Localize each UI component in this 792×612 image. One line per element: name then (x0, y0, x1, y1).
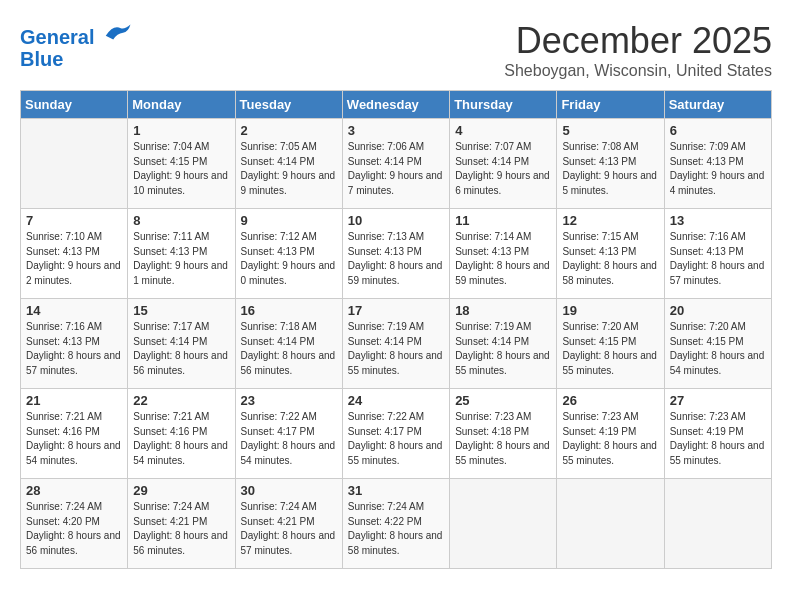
day-number: 23 (241, 393, 337, 408)
calendar-cell: 24 Sunrise: 7:22 AMSunset: 4:17 PMDaylig… (342, 389, 449, 479)
day-number: 15 (133, 303, 229, 318)
day-number: 8 (133, 213, 229, 228)
calendar-cell: 27 Sunrise: 7:23 AMSunset: 4:19 PMDaylig… (664, 389, 771, 479)
day-number: 4 (455, 123, 551, 138)
calendar-cell: 26 Sunrise: 7:23 AMSunset: 4:19 PMDaylig… (557, 389, 664, 479)
day-number: 14 (26, 303, 122, 318)
calendar-day-header-friday: Friday (557, 91, 664, 119)
month-title: December 2025 (504, 20, 772, 62)
day-info: Sunrise: 7:24 AMSunset: 4:20 PMDaylight:… (26, 500, 122, 558)
day-number: 11 (455, 213, 551, 228)
calendar-day-header-saturday: Saturday (664, 91, 771, 119)
calendar-cell: 31 Sunrise: 7:24 AMSunset: 4:22 PMDaylig… (342, 479, 449, 569)
calendar-cell: 18 Sunrise: 7:19 AMSunset: 4:14 PMDaylig… (450, 299, 557, 389)
day-info: Sunrise: 7:23 AMSunset: 4:19 PMDaylight:… (670, 410, 766, 468)
day-info: Sunrise: 7:24 AMSunset: 4:22 PMDaylight:… (348, 500, 444, 558)
day-info: Sunrise: 7:17 AMSunset: 4:14 PMDaylight:… (133, 320, 229, 378)
day-info: Sunrise: 7:20 AMSunset: 4:15 PMDaylight:… (562, 320, 658, 378)
day-number: 29 (133, 483, 229, 498)
day-number: 26 (562, 393, 658, 408)
day-number: 13 (670, 213, 766, 228)
logo-bird-icon (102, 20, 132, 44)
calendar-cell: 30 Sunrise: 7:24 AMSunset: 4:21 PMDaylig… (235, 479, 342, 569)
calendar-cell: 25 Sunrise: 7:23 AMSunset: 4:18 PMDaylig… (450, 389, 557, 479)
calendar-week-row-4: 21 Sunrise: 7:21 AMSunset: 4:16 PMDaylig… (21, 389, 772, 479)
calendar-cell: 7 Sunrise: 7:10 AMSunset: 4:13 PMDayligh… (21, 209, 128, 299)
day-info: Sunrise: 7:23 AMSunset: 4:18 PMDaylight:… (455, 410, 551, 468)
day-number: 12 (562, 213, 658, 228)
calendar-cell (450, 479, 557, 569)
day-info: Sunrise: 7:20 AMSunset: 4:15 PMDaylight:… (670, 320, 766, 378)
calendar-header-row: SundayMondayTuesdayWednesdayThursdayFrid… (21, 91, 772, 119)
day-info: Sunrise: 7:21 AMSunset: 4:16 PMDaylight:… (133, 410, 229, 468)
day-number: 25 (455, 393, 551, 408)
calendar-cell: 4 Sunrise: 7:07 AMSunset: 4:14 PMDayligh… (450, 119, 557, 209)
calendar-cell (21, 119, 128, 209)
day-info: Sunrise: 7:15 AMSunset: 4:13 PMDaylight:… (562, 230, 658, 288)
calendar-cell: 29 Sunrise: 7:24 AMSunset: 4:21 PMDaylig… (128, 479, 235, 569)
day-number: 31 (348, 483, 444, 498)
calendar-cell: 15 Sunrise: 7:17 AMSunset: 4:14 PMDaylig… (128, 299, 235, 389)
day-number: 19 (562, 303, 658, 318)
calendar-cell: 11 Sunrise: 7:14 AMSunset: 4:13 PMDaylig… (450, 209, 557, 299)
day-info: Sunrise: 7:16 AMSunset: 4:13 PMDaylight:… (670, 230, 766, 288)
title-section: December 2025 Sheboygan, Wisconsin, Unit… (504, 20, 772, 80)
calendar-cell: 16 Sunrise: 7:18 AMSunset: 4:14 PMDaylig… (235, 299, 342, 389)
calendar-week-row-5: 28 Sunrise: 7:24 AMSunset: 4:20 PMDaylig… (21, 479, 772, 569)
calendar-cell: 13 Sunrise: 7:16 AMSunset: 4:13 PMDaylig… (664, 209, 771, 299)
day-info: Sunrise: 7:19 AMSunset: 4:14 PMDaylight:… (348, 320, 444, 378)
day-number: 21 (26, 393, 122, 408)
day-number: 7 (26, 213, 122, 228)
day-number: 30 (241, 483, 337, 498)
day-info: Sunrise: 7:05 AMSunset: 4:14 PMDaylight:… (241, 140, 337, 198)
calendar-cell: 14 Sunrise: 7:16 AMSunset: 4:13 PMDaylig… (21, 299, 128, 389)
calendar-cell: 28 Sunrise: 7:24 AMSunset: 4:20 PMDaylig… (21, 479, 128, 569)
calendar-day-header-wednesday: Wednesday (342, 91, 449, 119)
day-info: Sunrise: 7:21 AMSunset: 4:16 PMDaylight:… (26, 410, 122, 468)
day-info: Sunrise: 7:16 AMSunset: 4:13 PMDaylight:… (26, 320, 122, 378)
calendar-cell: 12 Sunrise: 7:15 AMSunset: 4:13 PMDaylig… (557, 209, 664, 299)
day-info: Sunrise: 7:23 AMSunset: 4:19 PMDaylight:… (562, 410, 658, 468)
calendar-cell: 21 Sunrise: 7:21 AMSunset: 4:16 PMDaylig… (21, 389, 128, 479)
day-number: 6 (670, 123, 766, 138)
day-info: Sunrise: 7:04 AMSunset: 4:15 PMDaylight:… (133, 140, 229, 198)
day-info: Sunrise: 7:10 AMSunset: 4:13 PMDaylight:… (26, 230, 122, 288)
calendar-week-row-1: 1 Sunrise: 7:04 AMSunset: 4:15 PMDayligh… (21, 119, 772, 209)
day-info: Sunrise: 7:24 AMSunset: 4:21 PMDaylight:… (241, 500, 337, 558)
calendar-cell: 9 Sunrise: 7:12 AMSunset: 4:13 PMDayligh… (235, 209, 342, 299)
day-number: 1 (133, 123, 229, 138)
day-info: Sunrise: 7:24 AMSunset: 4:21 PMDaylight:… (133, 500, 229, 558)
logo-general: General (20, 26, 94, 48)
calendar-cell: 22 Sunrise: 7:21 AMSunset: 4:16 PMDaylig… (128, 389, 235, 479)
day-info: Sunrise: 7:14 AMSunset: 4:13 PMDaylight:… (455, 230, 551, 288)
day-info: Sunrise: 7:13 AMSunset: 4:13 PMDaylight:… (348, 230, 444, 288)
calendar-cell: 3 Sunrise: 7:06 AMSunset: 4:14 PMDayligh… (342, 119, 449, 209)
day-number: 28 (26, 483, 122, 498)
day-info: Sunrise: 7:22 AMSunset: 4:17 PMDaylight:… (241, 410, 337, 468)
calendar-table: SundayMondayTuesdayWednesdayThursdayFrid… (20, 90, 772, 569)
day-info: Sunrise: 7:19 AMSunset: 4:14 PMDaylight:… (455, 320, 551, 378)
calendar-cell: 19 Sunrise: 7:20 AMSunset: 4:15 PMDaylig… (557, 299, 664, 389)
day-info: Sunrise: 7:07 AMSunset: 4:14 PMDaylight:… (455, 140, 551, 198)
day-number: 20 (670, 303, 766, 318)
day-info: Sunrise: 7:18 AMSunset: 4:14 PMDaylight:… (241, 320, 337, 378)
calendar-week-row-3: 14 Sunrise: 7:16 AMSunset: 4:13 PMDaylig… (21, 299, 772, 389)
calendar-day-header-tuesday: Tuesday (235, 91, 342, 119)
day-number: 5 (562, 123, 658, 138)
logo: General Blue (20, 20, 132, 71)
day-number: 3 (348, 123, 444, 138)
calendar-day-header-monday: Monday (128, 91, 235, 119)
day-number: 27 (670, 393, 766, 408)
calendar-cell: 23 Sunrise: 7:22 AMSunset: 4:17 PMDaylig… (235, 389, 342, 479)
day-info: Sunrise: 7:06 AMSunset: 4:14 PMDaylight:… (348, 140, 444, 198)
day-info: Sunrise: 7:08 AMSunset: 4:13 PMDaylight:… (562, 140, 658, 198)
day-number: 22 (133, 393, 229, 408)
day-number: 24 (348, 393, 444, 408)
page-header: General Blue December 2025 Sheboygan, Wi… (20, 20, 772, 80)
day-number: 9 (241, 213, 337, 228)
day-number: 17 (348, 303, 444, 318)
day-number: 10 (348, 213, 444, 228)
calendar-cell (664, 479, 771, 569)
day-number: 2 (241, 123, 337, 138)
day-number: 16 (241, 303, 337, 318)
